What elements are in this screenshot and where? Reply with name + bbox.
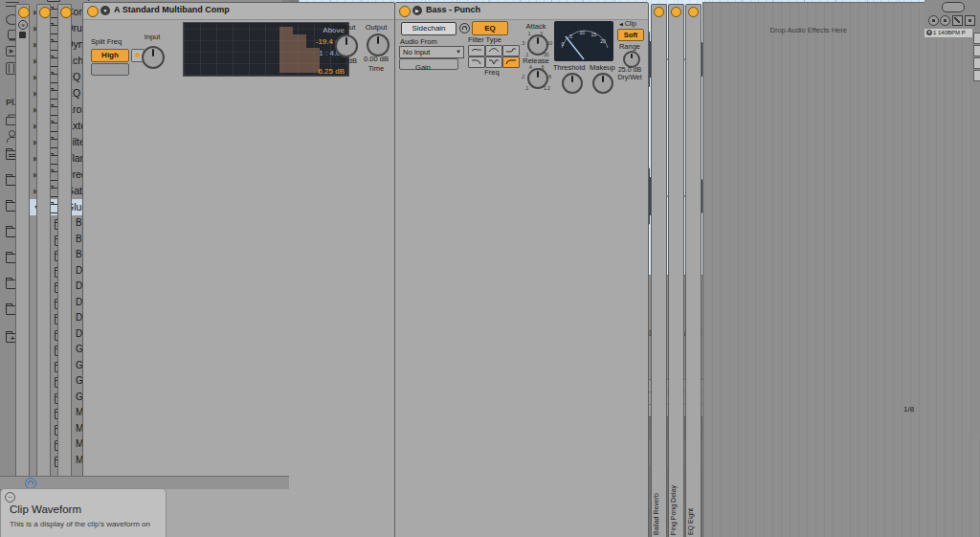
svg-text:5: 5	[569, 34, 572, 39]
pencil-glyph	[954, 17, 960, 23]
gain-reduction-meter: 05101520	[554, 21, 613, 61]
device-activator[interactable]	[39, 7, 51, 18]
dot	[932, 19, 935, 22]
device-fold-icon[interactable]: ▼	[100, 6, 110, 15]
arrangement-corner-controls	[924, 0, 980, 29]
track-mini-box[interactable]	[973, 45, 980, 56]
svg-text:0: 0	[562, 41, 565, 47]
audio-from-select[interactable]: No Input▼	[399, 46, 464, 58]
follow-dot-icon[interactable]	[940, 15, 950, 26]
device-activator[interactable]	[399, 6, 411, 17]
collapsed-device[interactable]: EQ Eight	[685, 4, 702, 72]
band-mid-button[interactable]	[91, 63, 129, 72]
split-freq-label: Split Freq	[91, 37, 122, 46]
audio-from-label: Audio From	[400, 37, 437, 46]
knob-tick-label: .3	[521, 40, 524, 46]
info-view-body: This is a display of the clip's waveform…	[10, 520, 161, 529]
headphones-mini-icon[interactable]: ⊛	[18, 20, 28, 30]
track-mini-box[interactable]	[973, 33, 980, 44]
clip-text: Clip	[625, 20, 636, 27]
filter-highpass-button[interactable]	[502, 56, 520, 68]
input-label: Input	[133, 33, 171, 41]
device-activator[interactable]	[18, 7, 30, 18]
freq-label: Freq	[478, 68, 506, 72]
display-bar	[279, 27, 293, 72]
lock-icon[interactable]	[965, 15, 975, 26]
range-value[interactable]: 25.0 dB	[613, 66, 646, 72]
device-activator[interactable]	[60, 7, 72, 18]
clip-mini-label: 1 140BPM P	[933, 30, 966, 35]
mini-device-icon	[19, 32, 26, 38]
output2-value[interactable]: 0.00 dB	[361, 55, 391, 63]
input-knob[interactable]	[142, 46, 165, 69]
range-label: Range	[615, 42, 644, 51]
solo-dot	[135, 53, 140, 57]
band-high-button[interactable]: High	[91, 49, 129, 62]
threshold-label: Threshold	[553, 63, 585, 72]
output1-label: Output	[329, 23, 360, 32]
folder-icon	[47, 0, 60, 2]
release-label: Release	[522, 56, 550, 65]
device-multiband-comp: ▼ A Standard Multiband Comp Split Freq H…	[82, 2, 395, 72]
device-title: A Standard Multiband Comp	[114, 5, 230, 14]
device-glue-compressor: ▶ Bass - Punch Sidechain EQ Audio From N…	[394, 2, 649, 72]
device-fold-icon[interactable]: ▶	[412, 6, 422, 15]
time-label: Time	[361, 64, 391, 72]
soft-clip-button[interactable]: Soft	[617, 29, 644, 41]
device-activator[interactable]	[671, 7, 681, 17]
filter-type-label: Filter Type	[468, 35, 501, 44]
device-header[interactable]: ▼ A Standard Multiband Comp	[83, 3, 394, 20]
clip-led-icon: ◀	[619, 21, 623, 27]
ableton-live-window: ▶ Pl. + ▶Compressor▶Corpus▶Drum Buss▶Dyn…	[0, 0, 980, 537]
info-view-panel: ~ Clip Waveform This is a display of the…	[0, 488, 167, 537]
knob-tick-label: 30	[544, 52, 549, 57]
info-view-icon[interactable]: ~	[5, 492, 15, 503]
track-mini-box[interactable]	[973, 70, 980, 81]
dot	[944, 19, 947, 22]
collapsed-device-strip[interactable]	[57, 4, 72, 72]
collapsed-device-strip[interactable]	[36, 4, 51, 72]
draw-mode-dot-icon[interactable]	[928, 15, 939, 26]
device-activator[interactable]	[654, 7, 664, 17]
gain-value[interactable]: 6.25 dB	[295, 67, 345, 72]
filter-lowcut-button[interactable]	[468, 45, 485, 56]
filter-notch-button[interactable]	[485, 56, 502, 68]
output2-label: Output	[361, 23, 391, 32]
knob-tick-label: .6	[540, 64, 544, 70]
filter-bell-button[interactable]	[485, 45, 502, 56]
clip-fold-icon[interactable]: ▼	[926, 30, 932, 35]
drop-audio-text: Drop Audio Effects Here	[770, 26, 815, 34]
output2-knob[interactable]	[367, 34, 390, 56]
chevron-down-icon: ▼	[456, 47, 461, 57]
device-drop-area[interactable]: Drop Audio Effects Here	[702, 2, 815, 72]
browser-preview-bar	[0, 476, 289, 489]
multiband-display[interactable]: Above -19.4 dB 1 : 4.00 6.25 dB	[183, 22, 349, 72]
output1-knob[interactable]	[335, 34, 358, 57]
lock-glyph	[969, 19, 971, 22]
collapsed-device-strip[interactable]: ⊛	[15, 4, 30, 72]
right-edge-strip	[972, 0, 980, 438]
eq-button[interactable]: EQ	[472, 21, 508, 35]
filter-lowpass-button[interactable]	[468, 56, 485, 68]
svg-text:15: 15	[590, 32, 596, 37]
pencil-icon[interactable]	[952, 15, 963, 26]
knob-tick-label: 3	[540, 31, 543, 36]
device-activator[interactable]	[87, 6, 99, 17]
grid-size-value: 1/8	[903, 405, 914, 414]
collapsed-device[interactable]: Ping Pong Delay	[668, 4, 684, 72]
knob-tick-label: 10	[547, 40, 553, 46]
collapsed-device[interactable]: Ballad Reverb	[651, 4, 667, 72]
clip-mini-bar[interactable]: ▼1 140BPM P	[924, 29, 972, 38]
device-activator[interactable]	[688, 7, 699, 17]
loop-switch-icon[interactable]	[942, 2, 965, 12]
output1-value[interactable]: 0.00 dB	[329, 56, 360, 65]
device-header[interactable]: ▶ Bass - Punch	[395, 3, 648, 20]
info-view-title: Clip Waveform	[10, 503, 81, 515]
sidechain-listen-icon[interactable]	[459, 23, 470, 34]
clip-label: ◀ Clip	[619, 20, 636, 27]
knob-tick-label: 1	[528, 31, 531, 36]
track-mini-box[interactable]	[973, 57, 980, 69]
device-chain: ⊛ ▼ A Standard Multiband Comp Split Freq…	[0, 0, 815, 72]
filter-highshelf-button[interactable]	[502, 45, 520, 56]
sidechain-toggle[interactable]: Sidechain	[401, 22, 457, 35]
